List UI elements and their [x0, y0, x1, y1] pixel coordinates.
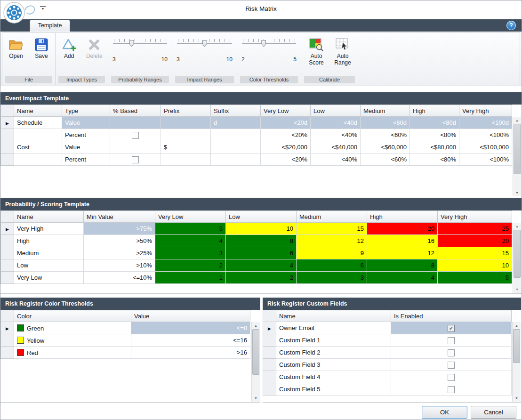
grid-cell[interactable] — [110, 141, 161, 153]
checkbox-cell[interactable] — [391, 334, 512, 347]
grid-cell[interactable]: >50% — [84, 235, 155, 247]
grid-cell[interactable]: <80% — [410, 129, 459, 141]
column-header-low[interactable]: Low — [226, 211, 297, 223]
table-row[interactable]: Red >16 — [1, 347, 250, 359]
score-cell[interactable]: 20 — [367, 223, 438, 235]
table-row[interactable]: Custom Field 2 — [263, 347, 512, 359]
cancel-button[interactable]: Cancel — [471, 406, 516, 419]
grid-cell[interactable]: >25% — [84, 247, 155, 259]
column-header-name[interactable]: Name — [14, 105, 62, 117]
scrollbar-thumb[interactable] — [514, 230, 521, 278]
checkbox-cell[interactable] — [110, 129, 161, 141]
column-header-is-enabled[interactable]: Is Enabled — [391, 310, 512, 322]
color-cell[interactable]: Red — [14, 347, 131, 359]
is-enabled-checkbox[interactable] — [448, 349, 455, 356]
is-enabled-checkbox[interactable] — [448, 325, 455, 332]
grid-cell[interactable]: d — [211, 117, 261, 129]
is-enabled-checkbox[interactable] — [448, 386, 455, 393]
score-cell[interactable]: 2 — [226, 272, 297, 284]
scroll-down-icon[interactable] — [514, 286, 521, 293]
score-cell[interactable]: 1 — [155, 272, 226, 284]
column-header-low[interactable]: Low — [311, 105, 361, 117]
column-header-very-low[interactable]: Very Low — [261, 105, 311, 117]
probability-ranges-slider[interactable] — [113, 37, 167, 49]
app-logo-icon[interactable] — [3, 2, 25, 24]
row-selector-cell[interactable] — [1, 129, 14, 141]
auto-range-button[interactable]: Auto Range — [331, 34, 354, 76]
table-row[interactable]: Green <=8 — [1, 322, 250, 334]
score-cell[interactable]: 12 — [367, 247, 438, 259]
table-row[interactable]: Custom Field 4 — [263, 371, 512, 383]
checkbox-cell[interactable] — [391, 322, 512, 334]
scroll-up-icon[interactable] — [514, 117, 521, 124]
table-row[interactable]: Custom Field 1 — [263, 334, 512, 347]
row-selector-cell[interactable] — [1, 223, 14, 235]
table-row[interactable]: Very Low <=10% 1 2 3 4 5 — [1, 272, 512, 284]
score-cell[interactable]: 15 — [438, 247, 512, 259]
row-selector-cell[interactable] — [1, 247, 14, 259]
is-enabled-checkbox[interactable] — [448, 374, 455, 381]
scrollbar-thumb[interactable] — [513, 329, 520, 363]
checkbox-cell[interactable] — [391, 383, 512, 396]
value-cell[interactable]: <=16 — [131, 334, 250, 347]
impact-ranges-slider[interactable] — [177, 37, 232, 49]
value-cell[interactable]: >16 — [131, 347, 250, 359]
open-button[interactable]: Open — [5, 34, 27, 76]
grid-cell[interactable] — [14, 129, 62, 141]
score-cell[interactable]: 8 — [226, 235, 297, 247]
grid-cell[interactable]: $ — [161, 141, 211, 153]
add-impact-type-button[interactable]: Add — [58, 34, 80, 76]
color-thresholds-slider[interactable] — [242, 37, 296, 49]
grid-cell[interactable]: <=10% — [84, 272, 155, 284]
color-cell[interactable]: Green — [14, 322, 131, 334]
score-cell[interactable]: 3 — [155, 247, 226, 259]
grid-cell[interactable] — [161, 129, 211, 141]
grid-cell[interactable]: <20% — [261, 153, 311, 166]
table-row[interactable]: Low >10% 2 4 6 8 10 — [1, 259, 512, 272]
column-header-high[interactable]: High — [410, 105, 459, 117]
percent-based-checkbox[interactable] — [132, 156, 139, 163]
delete-impact-type-button[interactable]: Delete — [84, 34, 105, 76]
score-cell[interactable]: 10 — [226, 223, 297, 235]
grid-cell[interactable]: <60d — [361, 117, 410, 129]
row-selector-cell[interactable] — [1, 259, 14, 272]
checkbox-cell[interactable] — [391, 371, 512, 383]
score-cell[interactable]: 8 — [367, 259, 438, 272]
grid-cell[interactable]: <$20,000 — [261, 141, 311, 153]
score-cell[interactable]: 6 — [297, 259, 367, 272]
table-row[interactable]: Medium >25% 3 6 9 12 15 — [1, 247, 512, 259]
grid-cell[interactable]: <$40,000 — [311, 141, 361, 153]
auto-score-button[interactable]: Auto Score — [305, 34, 328, 76]
column-header-name[interactable]: Name — [276, 310, 391, 322]
score-cell[interactable]: 25 — [438, 223, 512, 235]
row-selector-cell[interactable] — [263, 359, 276, 371]
grid-cell[interactable]: Value — [62, 117, 110, 129]
grid-cell[interactable]: Custom Field 5 — [276, 383, 391, 396]
vertical-scrollbar[interactable] — [512, 322, 521, 402]
grid-cell[interactable]: <$80,000 — [410, 141, 459, 153]
row-selector-cell[interactable] — [1, 347, 14, 359]
grid-cell[interactable] — [14, 153, 62, 166]
column-header-very-high[interactable]: Very High — [438, 211, 512, 223]
grid-cell[interactable]: Cost — [14, 141, 62, 153]
score-cell[interactable]: 5 — [438, 272, 512, 284]
column-header-name[interactable]: Name — [14, 211, 84, 223]
impact-slider-thumb[interactable] — [202, 40, 207, 47]
score-cell[interactable]: 3 — [297, 272, 367, 284]
ok-button[interactable]: OK — [422, 406, 467, 419]
probability-slider-thumb[interactable] — [129, 40, 134, 47]
scroll-up-icon[interactable] — [513, 322, 520, 329]
row-selector-cell[interactable] — [1, 272, 14, 284]
grid-cell[interactable] — [211, 141, 261, 153]
row-selector-cell[interactable] — [1, 334, 14, 347]
grid-cell[interactable]: <40d — [311, 117, 361, 129]
score-cell[interactable]: 4 — [367, 272, 438, 284]
table-row[interactable]: Very High >75% 5 10 15 20 25 — [1, 223, 512, 235]
score-cell[interactable]: 9 — [297, 247, 367, 259]
scrollbar-thumb[interactable] — [252, 329, 259, 375]
row-selector-cell[interactable] — [1, 141, 14, 153]
column-header-type[interactable]: Type — [62, 105, 110, 117]
score-cell[interactable]: 12 — [297, 235, 367, 247]
column-header-very-high[interactable]: Very High — [459, 105, 512, 117]
table-row[interactable]: Percent <20% <40% <60% <80% <100% — [1, 129, 512, 141]
